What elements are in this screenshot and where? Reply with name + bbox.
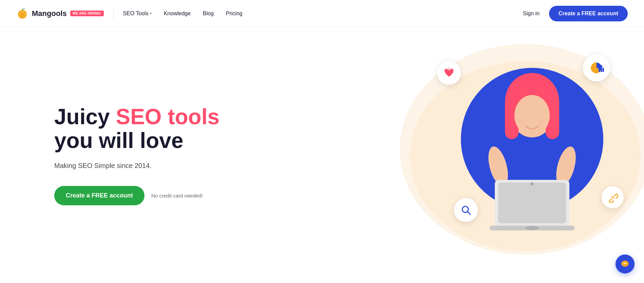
chevron-down-icon: ▾ (150, 12, 152, 15)
svg-point-31 (625, 263, 626, 264)
float-chart-icon (583, 54, 610, 81)
svg-line-21 (452, 69, 453, 70)
hero-title-highlight: SEO tools (116, 105, 219, 129)
float-search-icon (454, 198, 478, 222)
navbar: Mangools We are hiring! SEO Tools ▾ Know… (0, 0, 644, 27)
nav-right: Sign in Create a FREE account (523, 6, 628, 21)
svg-line-28 (612, 196, 614, 199)
hero-content: Juicy SEO tools you will love Making SEO… (54, 105, 219, 206)
create-account-hero-button[interactable]: Create a FREE account (54, 186, 144, 205)
hero-illustration (339, 27, 644, 283)
no-credit-card-text: No credit card needed! (151, 193, 203, 199)
float-heart-icon (437, 61, 461, 85)
float-link-icon (602, 186, 624, 208)
hero-title-line2: you will love (54, 128, 183, 153)
svg-point-2 (20, 12, 25, 18)
svg-rect-24 (601, 65, 602, 72)
nav-divider (113, 7, 114, 20)
nav-links: SEO Tools ▾ Knowledge Blog Pricing (123, 11, 523, 17)
create-account-nav-button[interactable]: Create a FREE account (549, 6, 628, 21)
svg-line-27 (467, 211, 470, 214)
hero-title-plain: Juicy (54, 105, 116, 129)
svg-point-19 (530, 182, 534, 186)
hero-subtitle: Making SEO Simple since 2014. (54, 162, 219, 170)
hiring-badge: We are hiring! (70, 11, 104, 16)
svg-point-18 (525, 226, 539, 230)
svg-point-30 (624, 263, 625, 264)
svg-rect-16 (498, 183, 566, 223)
nav-knowledge[interactable]: Knowledge (164, 11, 191, 17)
chat-icon (620, 259, 630, 269)
svg-rect-25 (603, 68, 604, 72)
svg-point-10 (514, 95, 550, 136)
svg-rect-23 (599, 67, 600, 72)
hero-cta-row: Create a FREE account No credit card nee… (54, 186, 219, 205)
logo-link[interactable]: Mangools We are hiring! (16, 7, 104, 20)
brand-name: Mangools (32, 9, 67, 18)
hero-title: Juicy SEO tools you will love (54, 105, 219, 153)
hero-section: Juicy SEO tools you will love Making SEO… (0, 27, 644, 283)
logo-icon (16, 7, 28, 20)
chat-widget[interactable] (616, 254, 635, 273)
svg-point-32 (626, 263, 627, 264)
sign-in-link[interactable]: Sign in (523, 11, 540, 17)
svg-line-22 (445, 69, 446, 70)
nav-blog[interactable]: Blog (203, 11, 214, 17)
nav-pricing[interactable]: Pricing (226, 11, 242, 17)
nav-seo-tools[interactable]: SEO Tools ▾ (123, 11, 152, 17)
